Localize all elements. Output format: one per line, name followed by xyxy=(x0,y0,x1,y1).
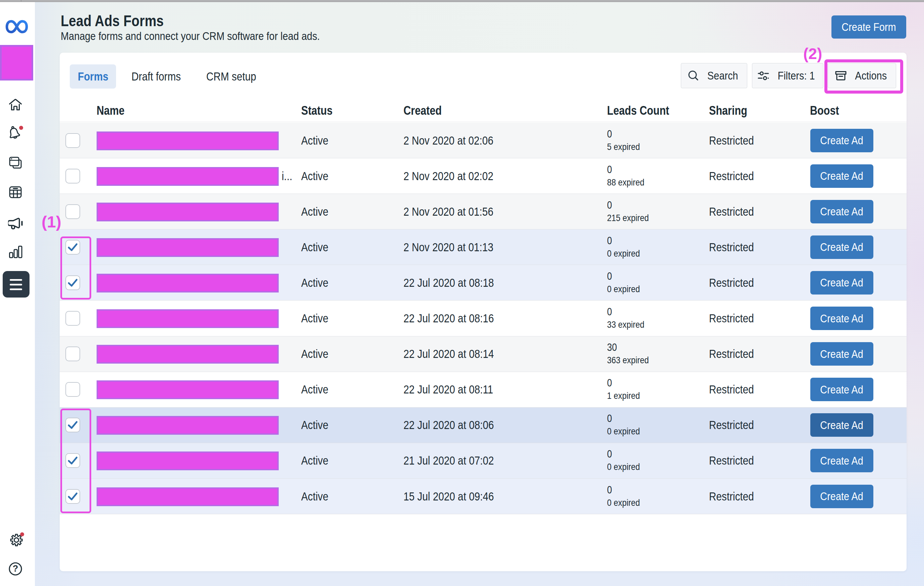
svg-text:?: ? xyxy=(13,563,18,574)
